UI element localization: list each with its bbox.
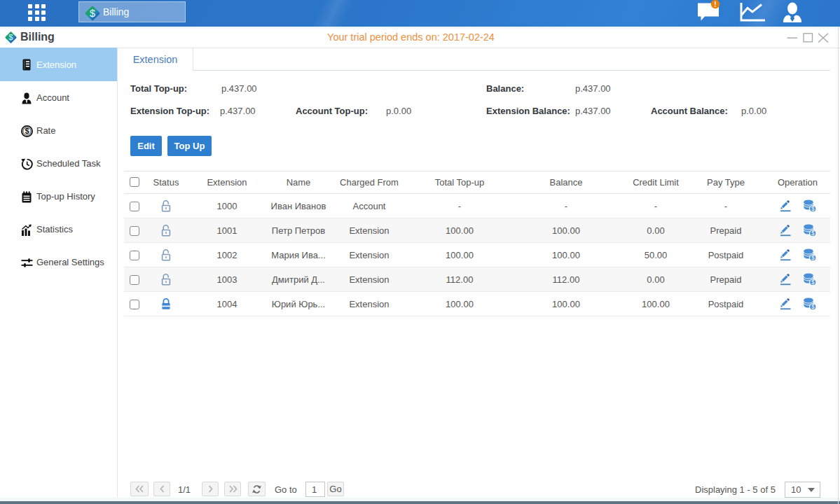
svg-text:!: ! xyxy=(714,1,716,8)
svg-text:$: $ xyxy=(811,254,814,261)
svg-text:$: $ xyxy=(811,205,814,212)
svg-text:$: $ xyxy=(90,8,95,19)
svg-text:$: $ xyxy=(811,230,814,237)
svg-text:$: $ xyxy=(25,127,29,135)
svg-text:$: $ xyxy=(811,303,814,310)
svg-text:$: $ xyxy=(811,279,814,286)
